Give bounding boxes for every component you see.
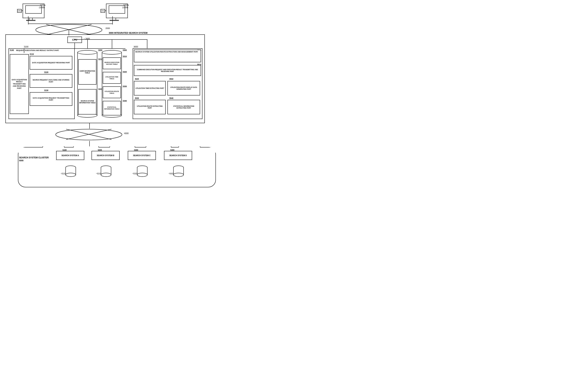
db-3200: 3200 3210 USER INFORMATION TABLE 3220 SE… [77,48,97,119]
ref-5300: 5300 [134,149,138,151]
ref-3520: 3520 [135,78,139,80]
ref-3110: 3110 [30,53,34,55]
db-5210 [101,166,112,178]
svg-point-27 [137,173,147,176]
system-5100: SEARCH SYSTEM A [56,151,84,160]
ref-3540: 3540 [169,97,173,99]
db-3300: 3300 3310 SEARCH EXECUTION HISTORY TABLE… [102,48,122,119]
network-4000-label: 4000 [124,132,129,134]
table-search-exec: SEARCH EXECUTION HISTORY TABLE [103,58,121,69]
table-util-route: UTILIZATION ROUTE TABLE [103,86,121,98]
cluster-label: SEARCH SYSTEM CLUSTER 5000 [19,156,49,162]
db-5310 [137,166,148,178]
terminal-1000b-label2: (1000) [122,6,128,8]
ref-3140: 3140 [10,49,14,51]
system-5200: SEARCH SYSTEM B [92,151,120,160]
ref-5400: 5400 [170,149,174,151]
section-3600: 3500 SEARCH SYSTEM UTILIZATION ROUTE EXT… [133,48,202,119]
cluster-area: SEARCH SYSTEM CLUSTER 5000 SEARCH SYSTEM… [17,146,217,188]
data-acq-box: DATA ACQUISITION RESULT TRANSMITT-ING AN… [10,54,29,114]
terminal-1051-left: 1051 [17,9,22,13]
diagram: 1051 1000a (1000) 1051 1000b (1000) [0,0,293,196]
terminal-1000b-label: 1000b [123,4,129,6]
ref-3550: 3550 [169,78,173,80]
ref-3120: 3120 [44,71,48,73]
db-5110 [65,166,76,178]
cpu-box: CPU [68,36,82,43]
terminal-1000a-label: 1000a [40,4,46,6]
db-5410 [173,166,184,178]
sub-3540: STATISTICAL INFORMATION EXTRACTING PART [168,100,200,114]
table-search-sys-info: SEARCH SYSTEM INFORMATION TABLE [78,89,96,114]
network-2000-label: 2000 [106,27,110,29]
system-5300: SEARCH SYSTEM C [128,151,156,160]
table-stat-info: STATISTICAL INFORMATION TABLE [103,101,121,116]
svg-point-3 [56,129,122,140]
system-5400: SEARCH SYSTEM D [164,151,192,160]
main-system-box: CPU ~ 3400 3100 3600 3140 REQUEST EXECUT… [6,34,205,123]
management-part-box: SEARCH SYSTEM UTILIZATION ROUTE EXTRACTI… [134,50,201,62]
svg-point-17 [66,173,76,176]
ref-5100: 5100 [63,149,67,151]
ref-3600: 3600 [134,46,138,48]
ref-3130: 3130 [44,90,48,92]
terminal-1000a-label2: (1000) [39,6,45,8]
table-util-time: UTILIZATION TIME TABLE [103,72,121,84]
sub-3530: UTILIZATION ROUTE EXTRACTING PART [134,100,166,114]
command-exec-box: COMMAND EXECUTION REQUEST AND EXECUTION … [134,65,201,76]
ref-5200: 5200 [98,149,102,151]
terminal-1051-right: 1051 [101,9,105,13]
network-4000 [55,128,122,142]
sub-3110: DATA ACQUISITION REQUEST RECEIVING PART [30,56,72,70]
request-exec-title: REQUEST EXECUTION AND RESULT OUTPUT PART [16,49,59,51]
ref-3100: 3100 [24,46,28,48]
table-user-info: USER INFORMATION TABLE [78,59,96,84]
sub-3130: DATA ACQUISITION REQUEST TRANSMITTING PA… [30,92,72,106]
integrated-search-label: 3000 INTEGRATED SEARCH SYSTEM [109,32,148,34]
sub-3520: UTILIZATION TIME EXTRACTING PART [134,81,166,96]
svg-point-32 [173,173,184,176]
sub-3120: SEARCH REQUEST ANALYZING AND STORING PAR… [30,74,72,88]
section-3100: 3140 REQUEST EXECUTION AND RESULT OUTPUT… [9,48,75,119]
svg-point-22 [101,173,111,176]
sub-3550: UTILIZATION ROUTE DISPLAY DATA GENERATIN… [168,81,200,96]
ref-3530: 3530 [135,97,139,99]
